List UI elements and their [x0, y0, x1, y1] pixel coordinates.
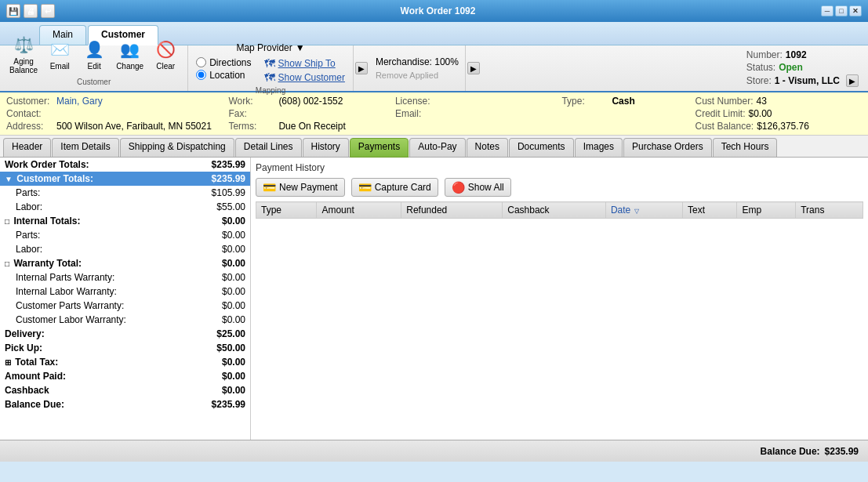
total-tax-value: $0.00 — [188, 355, 250, 369]
clear-icon: 🚫 — [153, 37, 178, 62]
store-label: Store: — [746, 75, 772, 86]
remove-applied-button[interactable]: Remove Applied — [376, 71, 459, 80]
cust-balance-label: Cust Balance: — [695, 121, 754, 132]
warranty-total-label: □ Warranty Total: — [0, 256, 188, 270]
store-arrow[interactable]: ▶ — [846, 74, 859, 87]
internal-parts-warranty-row: Internal Parts Warranty: $0.00 — [0, 270, 250, 284]
tab-images[interactable]: Images — [575, 138, 623, 157]
applied-arrow[interactable]: ▶ — [467, 62, 480, 74]
new-payment-icon: 💳 — [263, 181, 276, 194]
show-customer-label[interactable]: Show Customer — [278, 72, 345, 83]
show-customer-row: 🗺 Show Customer — [264, 71, 345, 84]
amount-paid-value: $0.00 — [188, 369, 250, 383]
edit-button[interactable]: 👤 Edit — [78, 35, 110, 72]
tab-header[interactable]: Header — [3, 138, 51, 157]
col-trans[interactable]: Trans — [796, 202, 863, 219]
new-payment-button[interactable]: 💳 New Payment — [256, 178, 345, 197]
tab-payments[interactable]: Payments — [350, 138, 409, 158]
maximize-button[interactable]: □ — [835, 5, 848, 16]
terms-row: Terms: Due On Receipt — [228, 121, 395, 132]
internal-parts-warranty-label: Internal Parts Warranty: — [0, 270, 188, 284]
col-refunded[interactable]: Refunded — [401, 202, 503, 219]
status-value: Open — [779, 62, 803, 73]
tab-purchase-orders[interactable]: Purchase Orders — [623, 138, 712, 157]
credit-limit-label: Credit Limit: — [695, 108, 745, 119]
customer-row: Customer: Main, Gary — [6, 96, 228, 107]
contact-field-label: Contact: — [6, 108, 53, 119]
cust-number-value: 43 — [757, 96, 767, 107]
customer-labor-row: Labor: $55.00 — [0, 200, 250, 214]
balance-due-row: Balance Due: $235.99 — [0, 397, 250, 411]
location-radio[interactable] — [196, 70, 206, 80]
show-ship-to-label[interactable]: Show Ship To — [278, 58, 336, 69]
fax-row: Fax: — [228, 108, 395, 119]
address-row: Address: 500 Wilson Ave, Faribault, MN 5… — [6, 121, 228, 132]
location-radio-row: Location — [196, 70, 251, 81]
aging-balance-icon: ⚖️ — [11, 32, 36, 57]
change-button[interactable]: 👥 Change — [113, 35, 147, 72]
window-controls: ─ □ ✕ — [821, 5, 862, 16]
map-provider-dropdown[interactable]: Map Provider ▼ — [236, 42, 304, 53]
delivery-label: Delivery: — [0, 327, 188, 341]
warranty-collapse-icon[interactable]: □ — [5, 259, 9, 268]
internal-totals-collapse-icon[interactable]: □ — [5, 217, 9, 226]
show-all-button[interactable]: 🔴 Show All — [445, 178, 511, 197]
col-text[interactable]: Text — [682, 202, 736, 219]
customer-parts-warranty-label: Customer Parts Warranty: — [0, 299, 188, 313]
store-value: 1 - Visum, LLC — [775, 75, 840, 86]
customer-parts-label: Parts: — [0, 186, 188, 200]
email-icon: ✉️ — [47, 37, 72, 62]
tab-notes[interactable]: Notes — [467, 138, 508, 157]
directions-label: Directions — [209, 57, 251, 68]
tab-history[interactable]: History — [303, 138, 349, 157]
quick-btn-print[interactable]: 🖨 — [24, 4, 38, 18]
minimize-button[interactable]: ─ — [821, 5, 833, 16]
col-amount[interactable]: Amount — [317, 202, 401, 219]
email-row: Email: — [395, 108, 562, 119]
tab-tech-hours[interactable]: Tech Hours — [713, 138, 778, 157]
internal-labor-label: Labor: — [0, 242, 188, 256]
capture-card-button[interactable]: 💳 Capture Card — [351, 178, 438, 197]
payment-table-header-row: Type Amount Refunded Cashback Date ▽ — [256, 202, 863, 219]
window-title: Work Order 1092 — [55, 5, 821, 16]
show-ship-to-row: 🗺 Show Ship To — [264, 57, 345, 70]
col-emp[interactable]: Emp — [737, 202, 796, 219]
pickup-value: $50.00 — [188, 341, 250, 355]
tab-item-details[interactable]: Item Details — [52, 138, 118, 157]
cashback-value: $0.00 — [188, 383, 250, 397]
email-button[interactable]: ✉️ Email — [44, 35, 75, 72]
internal-labor-warranty-value: $0.00 — [188, 284, 250, 299]
show-all-icon: 🔴 — [452, 181, 465, 194]
amount-paid-label: Amount Paid: — [0, 369, 188, 383]
internal-totals-value: $0.00 — [188, 214, 250, 228]
payments-panel: Payment History 💳 New Payment 💳 Capture … — [251, 158, 868, 440]
type-field-label: Type: — [561, 96, 608, 107]
tab-detail-lines[interactable]: Detail Lines — [235, 138, 302, 157]
tab-documents[interactable]: Documents — [509, 138, 574, 157]
delivery-value: $25.00 — [188, 327, 250, 341]
quick-btn-undo[interactable]: ↩ — [41, 4, 55, 18]
internal-parts-value: $0.00 — [188, 228, 250, 242]
directions-radio[interactable] — [196, 57, 206, 67]
aging-balance-button[interactable]: ⚖️ AgingBalance — [6, 31, 41, 76]
aging-balance-label: AgingBalance — [9, 57, 38, 74]
col-type[interactable]: Type — [256, 202, 317, 219]
col-date[interactable]: Date ▽ — [605, 202, 682, 219]
quick-btn-save[interactable]: 💾 — [6, 4, 20, 18]
cashback-row: Cashback $0.00 — [0, 383, 250, 397]
customer-field-value: Main, Gary — [56, 96, 103, 107]
col-cashback[interactable]: Cashback — [503, 202, 606, 219]
status-balance-due-label: Balance Due: — [761, 446, 820, 457]
mapping-arrow[interactable]: ▶ — [355, 62, 368, 74]
total-tax-label: ⊞ Total Tax: — [0, 355, 188, 369]
close-button[interactable]: ✕ — [849, 5, 862, 16]
tab-shipping-dispatching[interactable]: Shipping & Dispatching — [120, 138, 234, 157]
work-field-label: Work: — [228, 96, 275, 107]
customer-labor-warranty-row: Customer Labor Warranty: $0.00 — [0, 313, 250, 327]
tax-collapse-icon[interactable]: ⊞ — [5, 358, 11, 367]
customer-totals-collapse-icon[interactable]: ▼ — [5, 175, 13, 183]
store-row: Store: 1 - Visum, LLC ▶ — [746, 74, 859, 87]
tab-auto-pay[interactable]: Auto-Pay — [409, 138, 465, 157]
show-all-label: Show All — [468, 182, 504, 193]
clear-button[interactable]: 🚫 Clear — [150, 35, 181, 72]
